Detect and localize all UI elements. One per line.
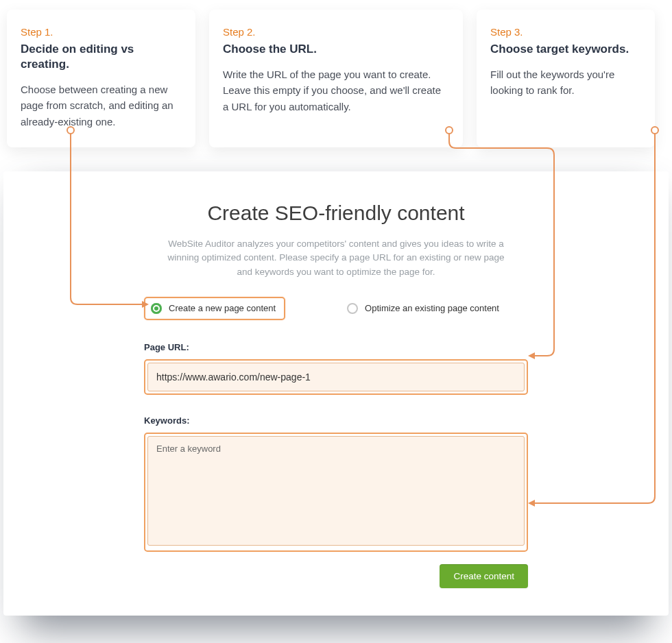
button-row: Create content: [144, 564, 528, 588]
radio-group: Create a new page content Optimize an ex…: [144, 297, 528, 320]
radio-create-new[interactable]: Create a new page content: [144, 297, 285, 320]
keywords-highlight: [144, 433, 528, 552]
keywords-input[interactable]: [147, 436, 525, 546]
radio-create-label: Create a new page content: [169, 303, 276, 313]
step-card-3: Step 3. Choose target keywords. Fill out…: [477, 10, 655, 147]
step-card-1: Step 1. Decide on editing vs creating. C…: [7, 10, 195, 147]
step-2-desc: Write the URL of the page you want to cr…: [223, 66, 449, 114]
keywords-label: Keywords:: [144, 415, 528, 426]
step-1-title: Decide on editing vs creating.: [21, 42, 182, 72]
page-description: WebSite Auditor analyzes your competitor…: [144, 237, 528, 279]
step-2-label: Step 2.: [223, 26, 449, 38]
step-3-desc: Fill out the keywords you're looking to …: [490, 66, 641, 99]
page-url-input[interactable]: [147, 363, 525, 391]
step-2-title: Choose the URL.: [223, 42, 449, 57]
radio-optimize-label: Optimize an existing page content: [365, 303, 499, 313]
create-content-button[interactable]: Create content: [440, 564, 528, 588]
radio-optimize-existing[interactable]: Optimize an existing page content: [347, 303, 499, 314]
radio-unselected-icon: [347, 303, 358, 314]
radio-selected-icon: [151, 303, 162, 314]
step-1-desc: Choose between creating a new page from …: [21, 82, 182, 130]
page-title: Create SEO-friendly content: [144, 202, 528, 225]
step-card-2: Step 2. Choose the URL. Write the URL of…: [209, 10, 463, 147]
steps-row: Step 1. Decide on editing vs creating. C…: [0, 0, 672, 147]
main-panel: Create SEO-friendly content WebSite Audi…: [3, 171, 669, 616]
step-3-label: Step 3.: [490, 26, 641, 38]
step-3-title: Choose target keywords.: [490, 42, 641, 57]
page-url-label: Page URL:: [144, 342, 528, 352]
page-url-highlight: [144, 359, 528, 395]
step-1-label: Step 1.: [21, 26, 182, 38]
